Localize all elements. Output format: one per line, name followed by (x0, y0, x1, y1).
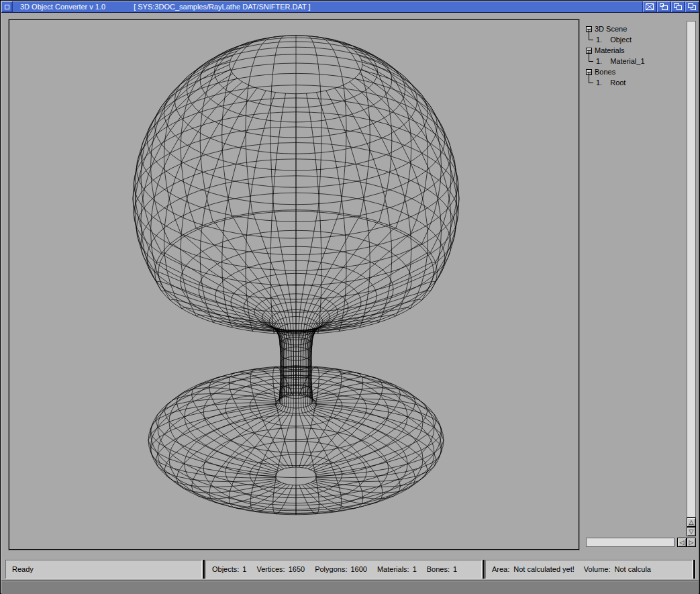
area-value: Not calculated yet! (513, 565, 574, 573)
scroll-up-button[interactable]: △ (687, 517, 696, 527)
tree-connector (589, 51, 593, 62)
arrow-up-icon: △ (689, 519, 694, 526)
scroll-right-button[interactable]: ▷ (687, 538, 696, 547)
titlebar-gadgets (642, 1, 699, 12)
tree-item-index: 1. (596, 36, 602, 44)
status-stats-section: Objects:1 Vertices:1650 Polygons:1600 Ma… (205, 560, 482, 579)
zoom-icon (660, 3, 668, 10)
statusbar: Ready Objects:1 Vertices:1650 Polygons:1… (5, 560, 696, 579)
tree-node-label[interactable]: Bones (595, 68, 615, 76)
tree-node-materials: Materials (586, 45, 685, 56)
wireframe-canvas[interactable] (9, 20, 579, 549)
tree-node-label[interactable]: Materials (595, 46, 625, 54)
app-window: 3D Object Converter v 1.0 [ SYS:3DOC_sam… (0, 0, 700, 594)
depth-front-icon (688, 3, 696, 10)
volume-label: Volume: (584, 565, 611, 573)
window-bottom-border (1, 581, 699, 594)
window-file-path: [ SYS:3DOC_samples/RayLathe DAT/SNIFTER.… (134, 3, 310, 11)
tree-node-bones: Bones (586, 66, 685, 77)
scene-tree: 3D Scene 1. Object Materials 1. Material… (586, 23, 685, 88)
close-button[interactable] (1, 1, 13, 12)
close-icon (5, 5, 9, 9)
stat-bones: Bones:1 (427, 565, 457, 573)
zoom-button[interactable] (656, 1, 670, 12)
tree-connector (589, 30, 593, 40)
scroll-down-button[interactable]: ▽ (687, 527, 696, 536)
tree-node-label[interactable]: 3D Scene (595, 25, 627, 33)
tree-item-label[interactable]: Object (610, 36, 632, 44)
tree-item-label[interactable]: Material_1 (610, 57, 644, 65)
stat-polygons: Polygons:1600 (315, 565, 367, 573)
horizontal-scrollbar[interactable] (586, 538, 674, 547)
tree-node-object: 1. Object (586, 34, 685, 45)
arrow-down-icon: ▽ (689, 529, 694, 535)
tree-node-3d-scene: 3D Scene (586, 23, 685, 34)
tree-item-label[interactable]: Root (610, 79, 626, 87)
statusbar-splitter[interactable] (693, 560, 696, 579)
status-measure-section: Area: Not calculated yet! Volume: Not ca… (485, 560, 693, 579)
tree-connector (589, 72, 593, 83)
stat-vertices: Vertices:1650 (256, 565, 305, 573)
area-label: Area: (492, 565, 509, 573)
tree-node-root-bone: 1. Root (586, 77, 685, 88)
titlebar[interactable]: 3D Object Converter v 1.0 [ SYS:3DOC_sam… (1, 1, 699, 13)
viewport-3d[interactable] (9, 19, 579, 550)
depth-front-button[interactable] (685, 1, 699, 12)
stat-objects: Objects:1 (212, 565, 246, 573)
tree-item-index: 1. (596, 57, 602, 65)
iconify-button[interactable] (642, 1, 656, 12)
arrow-left-icon: ◁ (680, 540, 685, 546)
tree-node-material-1: 1. Material_1 (586, 56, 685, 66)
status-ready-section: Ready (5, 560, 202, 579)
iconify-icon (646, 3, 654, 10)
scroll-left-button[interactable]: ◁ (677, 538, 687, 547)
depth-back-icon (674, 3, 682, 10)
window-title: 3D Object Converter v 1.0 (20, 3, 105, 11)
arrow-right-icon: ▷ (689, 540, 694, 546)
tree-item-index: 1. (596, 79, 602, 87)
vertical-scrollbar[interactable] (687, 21, 696, 517)
stat-materials: Materials:1 (377, 565, 417, 573)
status-ready-text: Ready (12, 565, 34, 573)
scene-tree-panel: 3D Scene 1. Object Materials 1. Material… (585, 19, 697, 550)
volume-value: Not calcula (615, 565, 651, 573)
depth-back-button[interactable] (670, 1, 685, 12)
